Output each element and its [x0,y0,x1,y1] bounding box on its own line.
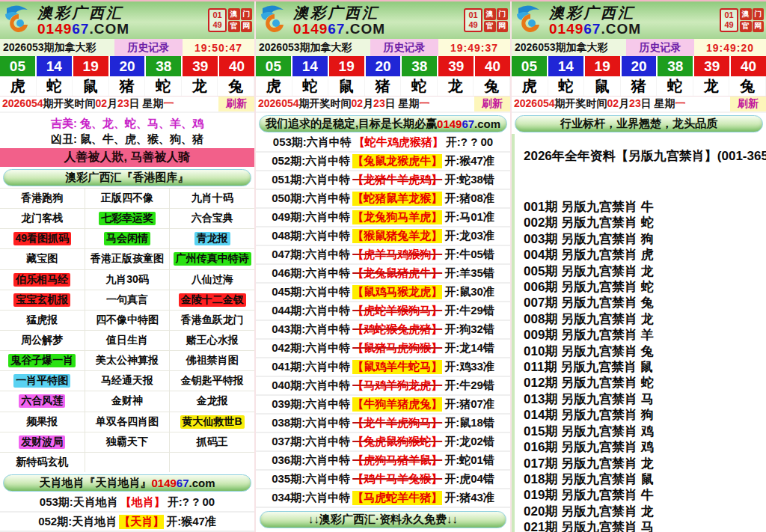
prediction-row: 047期:六肖中特【虎羊马鸡猴狗】开:牛05错 [256,246,510,265]
next-draw-segment: 2026054 [258,97,299,109]
zodiac-label: 兔 [729,76,766,96]
gallery-link[interactable]: 抓码王 [170,432,254,452]
gallery-link[interactable]: 宝宝玄机报 [0,290,85,310]
gallery-link[interactable]: 鬼谷子爆一肖 [0,351,85,370]
gallery-link[interactable]: 独霸天下 [85,432,170,452]
gallery-link[interactable]: 九肖十码 [170,189,254,208]
gallery-link-label: 马会闲情 [104,232,150,245]
gallery-link[interactable]: 龙门客栈 [0,209,85,228]
dolphin-logo-icon [258,4,291,37]
gallery-link[interactable]: 香港正版孩童图 [85,249,170,269]
next-draw-segment: 期开奖时间 [299,97,352,109]
gallery-link[interactable]: 青龙报 [170,229,254,248]
zodiac-label: 虎 [512,76,548,96]
gallery-link[interactable]: 猛虎报 [0,311,85,330]
gallery-link[interactable]: 一肖平特图 [0,371,85,391]
gallery-link[interactable]: 马经通天报 [85,371,170,391]
forbidden-zodiac-item: 005期 另版九宫禁肖 龙 [524,263,760,279]
forbidden-zodiac-item: 020期 另版九宫禁肖 龙 [524,504,760,519]
gallery-link[interactable]: 广州传真中特诗 [170,249,254,269]
history-link[interactable]: 历史记录 [626,39,694,56]
forbidden-zodiac-item: 006期 另版九宫禁肖 蛇 [524,279,760,295]
refresh-button[interactable]: 刷新 [730,97,766,111]
zodiac-label: 龙 [438,76,474,96]
gallery-link[interactable]: 八仙过海 [170,270,254,290]
draw-info-bar: 2026053期加拿大彩 历史记录 19:49:37 [256,39,510,56]
forbidden-zodiac-list: 001期 另版九宫禁肖 牛002期 另版九宫禁肖 蛇003期 另版九宫禁肖 狗0… [524,199,760,532]
gallery-link-label: 美太公神算报 [96,354,159,367]
prediction-bracket: 【龙兔鼠猪虎牛】 [352,266,442,281]
next-draw-segment: 02 [352,97,364,109]
lottery-ball: 19 [585,56,620,76]
page: 澳彩广西汇 014967.COM 0149 澳门官网 2026053期加拿大彩 … [0,0,766,532]
gallery-link[interactable]: 值日生肖 [85,331,170,350]
sixiao-list: 053期:六肖中特【蛇牛鸡虎猴猪】开:? ? 00052期:六肖中特【兔鼠龙猴虎… [256,134,510,508]
prediction-prefix: 043期:六肖中特 [272,322,350,337]
next-draw-segment: 期开奖时间 [43,97,96,109]
gallery-link[interactable]: 单双各四肖图 [85,412,170,432]
period-label: 2026053期加拿大彩 [0,39,114,56]
next-draw-segment: 23 [629,97,641,109]
history-link[interactable]: 历史记录 [114,39,183,56]
gallery-link[interactable]: 一句真言 [85,290,170,310]
gallery-link[interactable]: 马会闲情 [85,229,170,248]
gallery-link[interactable]: 周公解梦 [0,331,85,350]
gallery-link-label: 宝宝玄机报 [13,293,70,307]
refresh-button[interactable]: 刷新 [474,97,510,111]
next-draw-segment: 日 星期 [385,97,420,109]
gallery-link[interactable]: 佛祖禁肖图 [170,351,254,370]
gallery-link[interactable]: 七彩幸运奖 [85,209,170,228]
history-link[interactable]: 历史记录 [370,39,438,56]
gallery-link[interactable]: 频果报 [0,412,85,432]
prediction-row: 052期:天肖地肖【天肖】开:猴47准 [0,513,254,532]
prediction-prefix: 036期:六肖中特 [272,453,350,468]
lottery-balls-row: 05141920383940 [0,56,254,76]
prediction-bracket: 【蛇牛鸡虎猴猪】 [354,135,444,150]
gallery-link[interactable]: 发财波局 [0,432,85,452]
gallery-link[interactable]: 六合风莲 [0,391,85,411]
gallery-link[interactable]: 金龙报 [170,391,254,411]
prediction-prefix: 049期:六肖中特 [272,210,350,224]
gallery-link[interactable]: 赌王心水报 [170,331,254,350]
yearly-data-title: 2026年全年资料【另版九宫禁肖】(001-365) [524,147,760,165]
gallery-link[interactable]: 四不像中特图 [85,311,170,330]
prediction-prefix: 041期:六肖中特 [272,360,350,374]
gallery-link[interactable]: 九肖30码 [85,270,170,290]
gallery-link[interactable]: 藏宝图 [0,249,85,269]
prediction-result: 开:? ? 00 [168,495,215,510]
gallery-link-label: 周公解梦 [21,334,63,347]
gallery-link-label: 金陵十二金钗 [179,293,246,307]
gallery-link[interactable]: 金陵十二金钗 [170,290,254,310]
prediction-bracket: 【猴鼠猪兔羊龙】 [352,229,442,243]
lottery-ball: 40 [219,56,254,76]
gallery-link[interactable]: 49看图抓码 [0,229,85,248]
gallery-link-label: 值日生肖 [106,334,148,347]
prediction-result: 开:狗32错 [444,322,494,337]
prediction-row: 049期:六肖中特【龙兔狗马羊虎】开:马01准 [256,209,510,227]
gallery-link[interactable]: 正版四不像 [85,189,170,208]
gallery-grid: 香港跑狗正版四不像九肖十码龙门客栈七彩幸运奖六合宝典49看图抓码马会闲情青龙报藏… [0,188,254,472]
forbidden-zodiac-item: 007期 另版九宫禁肖 兔 [524,295,760,311]
refresh-button[interactable]: 刷新 [218,97,254,111]
gallery-link[interactable]: 黄大仙救世B [170,412,254,432]
prediction-prefix: 045期:六肖中特 [272,285,350,299]
column-middle: 澳彩广西汇 014967.COM 0149 澳门官网 2026053期加拿大彩 … [256,1,510,532]
gallery-link[interactable]: 香港鱼跃龙门 [170,311,254,330]
site-title: 澳彩广西汇 [549,5,641,20]
forbidden-zodiac-item: 021期 另版九宫禁肖 马 [524,519,760,532]
gallery-link[interactable]: 香港跑狗 [0,189,85,208]
prediction-result: 开:羊35错 [444,266,494,281]
next-draw-segment: 23 [373,97,385,109]
prediction-row: 043期:六肖中特【鸡蛇猴兔虎猪】开:狗32错 [256,321,510,340]
site-domain: 014967.COM [37,22,129,36]
lottery-ball: 05 [512,56,547,76]
gallery-link[interactable]: 金钥匙平特报 [170,371,254,391]
gallery-link[interactable]: 伯乐相马经 [0,270,85,290]
prediction-bracket: 【马鸡羊狗龙虎】 [352,379,442,393]
gallery-link[interactable]: 美太公神算报 [85,351,170,370]
gallery-link[interactable]: 六合宝典 [170,209,254,228]
gallery-link[interactable]: 金财神 [85,391,170,411]
gallery-link[interactable]: 新特码玄机 [0,453,85,472]
zodiac-row: 虎蛇鼠猪蛇龙兔 [0,76,254,97]
stamp-macau-official-icon: 澳门官网 [484,8,508,32]
